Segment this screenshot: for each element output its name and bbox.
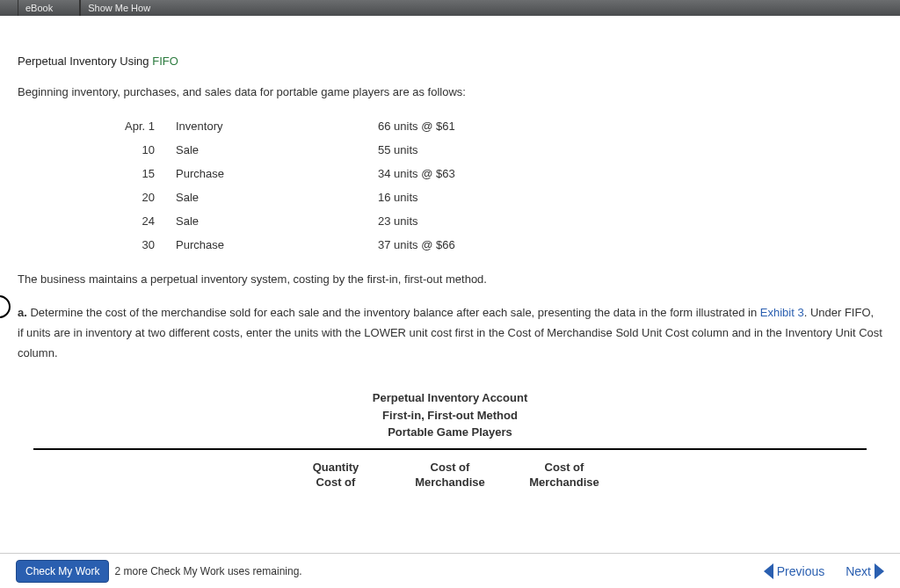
- content: Perpetual Inventory Using FIFO Beginning…: [0, 16, 900, 490]
- table-rule: [33, 448, 867, 450]
- cell-date: 24: [114, 209, 176, 233]
- title-part-2: FIFO: [152, 54, 178, 68]
- footer: Check My Work 2 more Check My Work uses …: [0, 553, 900, 588]
- table-row: 30 Purchase 37 units @ $66: [114, 233, 571, 257]
- cell-date: 10: [114, 138, 176, 162]
- colhead-3b: Merchandise: [516, 475, 613, 490]
- colhead-1a: Quantity: [287, 461, 384, 475]
- show-me-how-label: Show Me How: [88, 3, 150, 13]
- summary-text: The business maintains a perpetual inven…: [18, 272, 882, 286]
- cell-amount: 37 units @ $66: [378, 233, 571, 257]
- colhead-3a: Cost of: [516, 461, 613, 475]
- colhead-2a: Cost of: [402, 461, 498, 475]
- check-my-work-button[interactable]: Check My Work: [16, 560, 109, 583]
- colhead-1: Quantity Cost of: [287, 461, 384, 490]
- cell-date: 15: [114, 162, 176, 185]
- colhead-3: Cost of Merchandise: [516, 461, 613, 490]
- toolbar-show-me-how[interactable]: Show Me How: [80, 0, 150, 16]
- cell-date: 20: [114, 185, 176, 209]
- question-part-1: Determine the cost of the merchandise so…: [27, 306, 760, 319]
- colhead-1b: Cost of: [287, 475, 384, 490]
- table-row: 24 Sale 23 units: [114, 209, 571, 233]
- table-row: 20 Sale 16 units: [114, 185, 571, 209]
- ebook-label: eBook: [25, 3, 53, 13]
- chevron-right-icon: [875, 563, 884, 579]
- inventory-data-table: Apr. 1 Inventory 66 units @ $61 10 Sale …: [114, 114, 571, 257]
- intro-text: Beginning inventory, purchases, and sale…: [18, 85, 882, 98]
- cell-amount: 34 units @ $63: [378, 162, 571, 185]
- page-title: Perpetual Inventory Using FIFO: [18, 54, 882, 68]
- cell-type: Sale: [176, 138, 378, 162]
- cell-type: Purchase: [176, 233, 378, 257]
- nav: Previous Next: [764, 563, 884, 579]
- table-row: 15 Purchase 34 units @ $63: [114, 162, 571, 185]
- question-label: a.: [18, 306, 27, 319]
- cell-amount: 23 units: [378, 209, 571, 233]
- cell-type: Sale: [176, 185, 378, 209]
- colhead-2: Cost of Merchandise: [402, 461, 498, 490]
- previous-button[interactable]: Previous: [764, 563, 824, 579]
- column-headers: Quantity Cost of Cost of Merchandise Cos…: [18, 461, 882, 490]
- chevron-left-icon: [764, 563, 773, 579]
- next-button[interactable]: Next: [846, 563, 884, 579]
- title-part-1: Perpetual Inventory Using: [18, 54, 152, 68]
- toolbar-ebook[interactable]: eBook: [18, 0, 53, 16]
- next-label: Next: [846, 564, 871, 578]
- cell-amount: 16 units: [378, 185, 571, 209]
- cell-amount: 66 units @ $61: [378, 114, 571, 138]
- uses-remaining: 2 more Check My Work uses remaining.: [114, 565, 301, 577]
- cell-date: 30: [114, 233, 176, 257]
- answer-table-title: Perpetual Inventory Account First-in, Fi…: [18, 389, 882, 441]
- question-block: a. Determine the cost of the merchandise…: [18, 303, 882, 363]
- cell-amount: 55 units: [378, 138, 571, 162]
- previous-label: Previous: [777, 564, 824, 578]
- table-row: Apr. 1 Inventory 66 units @ $61: [114, 114, 571, 138]
- title-line-2: First-in, First-out Method: [18, 407, 882, 425]
- exhibit-link[interactable]: Exhibit 3: [760, 306, 804, 319]
- toolbar: eBook Show Me How: [0, 0, 900, 16]
- table-row: 10 Sale 55 units: [114, 138, 571, 162]
- colhead-2b: Merchandise: [402, 475, 498, 490]
- cell-type: Inventory: [176, 114, 378, 138]
- cell-type: Sale: [176, 209, 378, 233]
- cell-date: Apr. 1: [114, 114, 176, 138]
- title-line-1: Perpetual Inventory Account: [18, 389, 882, 407]
- title-line-3: Portable Game Players: [18, 424, 882, 441]
- cell-type: Purchase: [176, 162, 378, 185]
